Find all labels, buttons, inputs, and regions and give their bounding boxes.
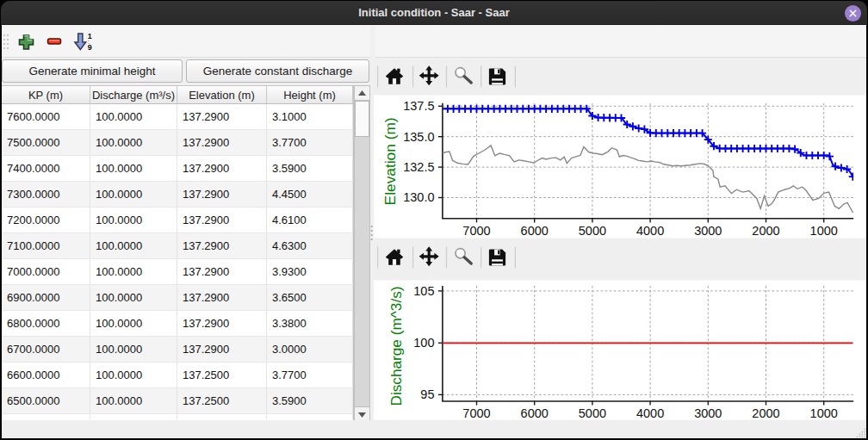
- svg-text:9: 9: [88, 43, 92, 52]
- svg-text:Elevation (m): Elevation (m): [382, 117, 399, 205]
- svg-text:7000: 7000: [462, 224, 490, 238]
- svg-text:130.0: 130.0: [403, 190, 434, 204]
- svg-text:1000: 1000: [810, 224, 838, 238]
- svg-text:132.5: 132.5: [403, 160, 434, 174]
- svg-text:Discharge (m^3/s): Discharge (m^3/s): [388, 287, 405, 406]
- svg-text:3000: 3000: [694, 224, 722, 238]
- svg-text:100: 100: [413, 336, 434, 350]
- svg-text:2000: 2000: [752, 224, 779, 238]
- svg-text:6000: 6000: [521, 406, 549, 420]
- svg-text:135.0: 135.0: [403, 130, 434, 144]
- svg-text:2000: 2000: [752, 406, 779, 420]
- svg-text:7000: 7000: [462, 406, 490, 420]
- svg-text:105: 105: [413, 284, 434, 298]
- svg-text:1000: 1000: [810, 406, 838, 420]
- svg-text:5000: 5000: [579, 224, 606, 238]
- svg-text:137.5: 137.5: [403, 99, 434, 113]
- svg-text:3000: 3000: [694, 406, 722, 420]
- svg-text:5000: 5000: [579, 406, 606, 420]
- svg-text:95: 95: [420, 387, 434, 401]
- svg-text:4000: 4000: [636, 224, 664, 238]
- svg-text:6000: 6000: [521, 224, 549, 238]
- svg-text:4000: 4000: [636, 406, 664, 420]
